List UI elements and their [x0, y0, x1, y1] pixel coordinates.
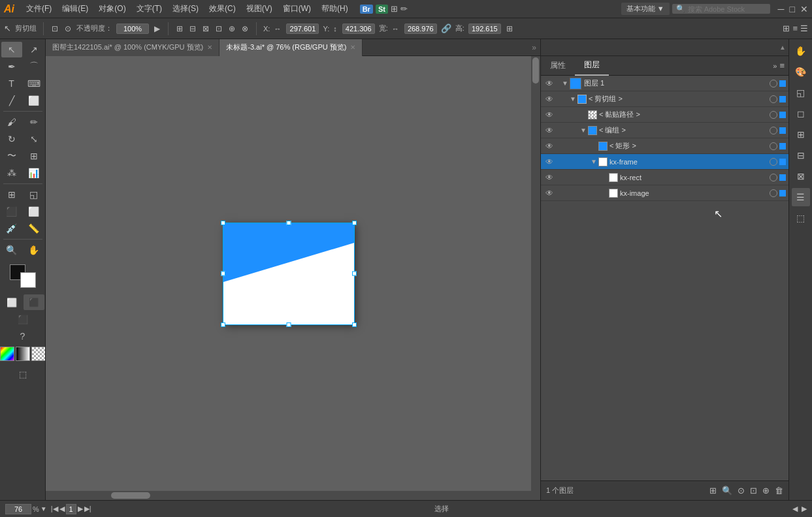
handle-tr[interactable]	[352, 221, 357, 225]
pen-tool[interactable]: ✒	[1, 59, 22, 74]
layer-target-5[interactable]	[770, 142, 777, 150]
transform-extra-icon[interactable]: ⊞	[505, 23, 514, 35]
layer-arrow-4[interactable]: ▼	[579, 127, 588, 134]
type-tool[interactable]: T	[1, 76, 22, 91]
far-right-pathfinder-icon[interactable]: ⊠	[792, 167, 810, 185]
search-bar[interactable]: 🔍	[672, 4, 770, 14]
layer-vis-2[interactable]: 👁	[544, 95, 555, 104]
h-scroll-thumb[interactable]	[111, 492, 150, 499]
layer-row-4[interactable]: 👁 ▼ < 编组 >	[541, 123, 788, 138]
hand-tool[interactable]: ✋	[24, 242, 44, 258]
tab-layers[interactable]: 图层	[575, 55, 609, 76]
handle-br[interactable]	[352, 322, 357, 327]
free-transform-tool[interactable]: ⊞	[24, 148, 44, 164]
column-graph-tool[interactable]: 📊	[24, 165, 44, 181]
panel-icon1[interactable]: ⊞	[783, 24, 790, 33]
rotate-tool[interactable]: ↻	[1, 131, 22, 147]
v-scroll-thumb[interactable]	[532, 57, 539, 84]
layer-row-2[interactable]: 👁 ▼ < 剪切组 >	[541, 91, 788, 107]
new-layer-icon[interactable]: ⊕	[762, 486, 770, 495]
panel-icon2[interactable]: ≡	[792, 24, 798, 33]
line-tool[interactable]: ╱	[1, 93, 22, 108]
search-input[interactable]	[688, 5, 766, 13]
layer-row-8[interactable]: 👁 kx-image	[541, 185, 788, 201]
zoom-tool[interactable]: 🔍	[1, 242, 22, 258]
far-right-gradient-icon[interactable]: ◱	[792, 84, 810, 102]
nav-prev-arrow[interactable]: ◀	[792, 505, 798, 513]
far-right-align-icon[interactable]: ⊟	[792, 146, 810, 164]
symbol-spray-tool[interactable]: ⁂	[1, 165, 22, 181]
transform-icon2[interactable]: ⊙	[63, 23, 73, 35]
warp-tool[interactable]: 〜	[1, 148, 22, 164]
menu-help[interactable]: 帮助(H)	[316, 2, 353, 16]
layer-arrow-1[interactable]: ▼	[560, 80, 570, 87]
page-number[interactable]: 1	[66, 504, 76, 514]
layer-arrow-2[interactable]: ▼	[568, 95, 577, 102]
layer-vis-4[interactable]: 👁	[544, 126, 555, 135]
change-screen-mode[interactable]: ⬛	[12, 311, 33, 327]
layer-target-4[interactable]	[770, 127, 777, 134]
layer-vis-1[interactable]: 👁	[544, 79, 555, 88]
link-icon[interactable]: 🔗	[441, 24, 451, 33]
far-right-color-icon[interactable]: 🎨	[792, 63, 810, 81]
gradient-tool[interactable]: ◱	[24, 187, 44, 202]
bridge-icon[interactable]: Br	[360, 5, 373, 14]
measure-tool[interactable]: 📏	[24, 221, 44, 236]
search-layers-icon[interactable]: 🔍	[722, 486, 732, 495]
panel-menu-icon[interactable]: ≡	[779, 61, 785, 70]
screen-mode-icon[interactable]: ⬜	[1, 294, 22, 310]
menu-object[interactable]: 对象(O)	[93, 2, 131, 16]
drawing-mode-icon[interactable]: ⬛	[24, 294, 44, 310]
layer-row-5[interactable]: 👁 < 矩形 >	[541, 138, 788, 154]
align-icon2[interactable]: ⊟	[188, 23, 197, 35]
layer-vis-8[interactable]: 👁	[544, 189, 555, 198]
delete-layer-icon[interactable]: 🗑	[775, 486, 783, 495]
handle-mr[interactable]	[352, 272, 357, 276]
rect-tool[interactable]: ⬜	[24, 93, 44, 108]
new-sublayer-icon[interactable]: ⊡	[750, 486, 757, 495]
type-touch-tool[interactable]: ⌨	[24, 76, 44, 91]
transform-icon1[interactable]: ⊡	[50, 23, 59, 35]
tab-2-close[interactable]: ✕	[350, 44, 355, 51]
layer-target-6[interactable]	[770, 158, 777, 166]
align-icon5[interactable]: ⊕	[227, 23, 236, 35]
restore-icon[interactable]: □	[790, 4, 795, 14]
layer-vis-5[interactable]: 👁	[544, 142, 555, 151]
layer-row-7[interactable]: 👁 kx-rect	[541, 170, 788, 185]
vertical-scrollbar[interactable]	[531, 56, 540, 491]
gradient-swatch[interactable]	[16, 347, 30, 361]
color-swatch[interactable]	[0, 347, 14, 361]
layer-vis-3[interactable]: 👁	[544, 110, 555, 119]
horizontal-scrollbar[interactable]	[46, 491, 531, 500]
zoom-value[interactable]	[5, 504, 31, 514]
canvas-area[interactable]: 图帮主1422105.ai* @ 100% (CMYK/GPU 预览) ✕ 未标…	[46, 39, 540, 500]
locate-object-icon[interactable]: ⊙	[738, 486, 745, 495]
handle-tc[interactable]	[286, 221, 291, 225]
menu-file[interactable]: 文件(F)	[21, 2, 57, 16]
direct-select-tool[interactable]: ↗	[24, 42, 44, 57]
stock-icon[interactable]: St	[376, 5, 388, 14]
align-icon1[interactable]: ⊞	[175, 23, 184, 35]
close-icon[interactable]: ✕	[800, 4, 808, 14]
select-tool[interactable]: ↖	[1, 42, 22, 57]
layer-target-2[interactable]	[770, 95, 777, 103]
h-value[interactable]: 192.615	[468, 24, 501, 34]
w-value[interactable]: 268.976	[404, 24, 437, 34]
x-value[interactable]: 297.601	[286, 24, 319, 34]
far-right-hand-icon[interactable]: ✋	[792, 42, 810, 60]
panel-expand-icon[interactable]: »	[773, 62, 777, 70]
zoom-dropdown-arrow[interactable]: ▼	[41, 505, 47, 512]
tab-1-close[interactable]: ✕	[207, 44, 212, 51]
menu-edit[interactable]: 编辑(E)	[57, 2, 93, 16]
far-right-stroke-icon[interactable]: ◻	[792, 104, 810, 123]
pencil-tool[interactable]: ✏	[24, 114, 44, 130]
tab-1[interactable]: 图帮主1422105.ai* @ 100% (CMYK/GPU 预览) ✕	[46, 39, 219, 56]
layer-vis-6[interactable]: 👁	[544, 157, 555, 166]
layer-target-1[interactable]	[770, 80, 777, 87]
handle-bl[interactable]	[221, 322, 225, 327]
prev-page-btn[interactable]: ◀	[59, 505, 65, 513]
far-right-artboard-icon[interactable]: ⬚	[792, 209, 810, 227]
mesh-tool[interactable]: ⊞	[1, 187, 22, 202]
workspace-selector[interactable]: 基本功能 ▼	[621, 3, 670, 15]
handle-tl[interactable]	[221, 221, 225, 225]
